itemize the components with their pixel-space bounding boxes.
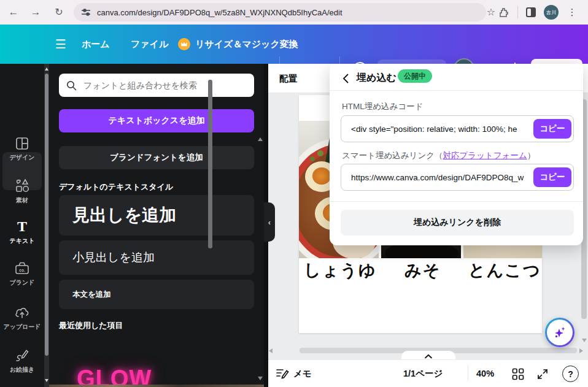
add-brand-font-button[interactable]: ブランドフォントを追加 bbox=[59, 146, 254, 169]
scroll-up-arrow[interactable] bbox=[45, 67, 48, 71]
recent-item-thumbnail-strip bbox=[49, 385, 264, 387]
popup-divider bbox=[330, 90, 583, 91]
address-bar[interactable]: canva.com/design/DAF9DPO8q_w/5za8N_WXjNX… bbox=[74, 3, 486, 21]
delete-embed-link-button[interactable]: 埋め込みリンクを削除 bbox=[341, 210, 574, 236]
font-search-input[interactable] bbox=[82, 80, 247, 91]
browser-menu-icon[interactable]: ⋮ bbox=[565, 0, 579, 25]
browser-back-icon[interactable]: ← bbox=[6, 0, 21, 25]
collapse-chevron-icon: ‹ bbox=[268, 218, 271, 227]
smart-link-label-text: スマート埋め込みリンク bbox=[342, 151, 435, 160]
hscroll-right-arrow[interactable] bbox=[579, 348, 583, 353]
smart-link-label: スマート埋め込みリンク（対応プラットフォーム） bbox=[342, 150, 535, 161]
panel-collapse-tab[interactable]: ‹ bbox=[264, 202, 275, 242]
editor-header: ☰ ホーム ファイル リサイズ＆マジック変換 ↶ ↷ Canva... 吉川 + bbox=[0, 25, 588, 64]
scallion-art bbox=[317, 150, 323, 156]
main-menu-icon[interactable]: ☰ bbox=[55, 25, 66, 64]
popup-divider bbox=[330, 201, 583, 202]
magic-sparkles-icon bbox=[552, 324, 568, 340]
bookmark-star-icon[interactable]: ☆ bbox=[484, 0, 498, 25]
svg-text:co.: co. bbox=[19, 268, 25, 272]
supported-platforms-link[interactable]: 対応プラットフォーム bbox=[443, 151, 527, 160]
embed-popup: 埋め込む 公開中 HTML埋め込みコード コピー スマート埋め込みリンク（対応プ… bbox=[330, 64, 583, 245]
scallion-art bbox=[310, 156, 315, 161]
side-panel-icon[interactable] bbox=[525, 7, 536, 18]
sidebar-item-uploads[interactable]: アップロード bbox=[0, 305, 44, 331]
notes-icon[interactable] bbox=[276, 368, 289, 380]
sidebar-item-draw[interactable]: お絵描き bbox=[0, 348, 44, 374]
copy-html-button[interactable]: コピー bbox=[533, 119, 571, 139]
canvas-text-miso[interactable]: みそ bbox=[404, 259, 441, 282]
text-icon: T bbox=[17, 218, 27, 234]
menu-resize-magic[interactable]: リサイズ＆マジック変換 bbox=[195, 25, 298, 64]
recent-text-style-glow[interactable]: GLOW bbox=[77, 365, 138, 387]
sidebar-item-brand[interactable]: co. ブランド bbox=[0, 261, 44, 287]
browser-profile-avatar[interactable]: 吉川 bbox=[544, 5, 559, 20]
copy-link-button[interactable]: コピー bbox=[533, 167, 571, 187]
browser-toolbar: ← → ↻ canva.com/design/DAF9DPO8q_w/5za8N… bbox=[0, 0, 588, 25]
menu-file[interactable]: ファイル bbox=[131, 25, 168, 64]
canvas-text-tonkotsu[interactable]: とんこつ bbox=[468, 259, 541, 282]
canvas-text-shoyu[interactable]: しょうゆ bbox=[304, 259, 377, 282]
paren: （ bbox=[435, 151, 443, 160]
body-style-item[interactable]: 本文を追加 bbox=[59, 280, 254, 309]
sidebar-item-elements[interactable]: 素材 bbox=[0, 178, 44, 205]
question-icon: ? bbox=[568, 369, 573, 379]
statusbar-divider bbox=[468, 365, 468, 381]
page-indicator[interactable]: 1/1ページ bbox=[403, 360, 443, 387]
sidebar-item-design[interactable]: デザイン bbox=[0, 136, 44, 162]
panel-scrollbar-thumb[interactable] bbox=[208, 80, 212, 248]
browser-reload-icon[interactable]: ↻ bbox=[52, 0, 66, 25]
vscroll-down-arrow[interactable] bbox=[582, 339, 587, 342]
status-bar: メモ 1/1ページ 40% ? bbox=[268, 359, 588, 387]
notes-button[interactable]: メモ bbox=[293, 360, 312, 387]
paren: ） bbox=[527, 151, 536, 160]
published-status-badge: 公開中 bbox=[398, 69, 432, 83]
text-panel: テキストボックスを追加 ブランドフォントを追加 デフォルトのテキストスタイル 見… bbox=[49, 64, 264, 387]
add-textbox-button[interactable]: テキストボックスを追加 bbox=[59, 109, 254, 132]
scroll-down-arrow[interactable] bbox=[45, 379, 48, 382]
panel-scroll-down-arrow[interactable] bbox=[258, 377, 263, 380]
ai-assistant-button[interactable] bbox=[545, 318, 574, 347]
extensions-icon[interactable] bbox=[498, 7, 509, 18]
upload-cloud-icon bbox=[14, 305, 30, 320]
rail-scrollbar-thumb[interactable] bbox=[45, 74, 48, 356]
sidebar-item-text[interactable]: T テキスト bbox=[0, 218, 44, 245]
position-button[interactable]: 配置 bbox=[274, 64, 302, 93]
zoom-level[interactable]: 40% bbox=[476, 360, 494, 387]
subheading-style-item[interactable]: 小見出しを追加 bbox=[59, 240, 254, 275]
egg-yolk-art bbox=[312, 167, 331, 185]
panel-scroll-up-arrow[interactable] bbox=[258, 137, 263, 141]
html-code-label: HTML埋め込みコード bbox=[342, 101, 424, 112]
toolbar-divider bbox=[517, 6, 518, 18]
fullscreen-icon[interactable] bbox=[536, 368, 549, 380]
pro-crown-icon bbox=[178, 38, 190, 50]
sidebar-rail: デザイン 素材 T テキスト co. bbox=[0, 64, 44, 387]
design-icon bbox=[15, 136, 29, 151]
popup-back-button[interactable] bbox=[338, 71, 353, 86]
app-window: ← → ↻ canva.com/design/DAF9DPO8q_w/5za8N… bbox=[0, 0, 588, 387]
browser-forward-icon[interactable]: → bbox=[28, 0, 43, 25]
elements-icon bbox=[14, 178, 30, 194]
font-search-box[interactable] bbox=[59, 74, 254, 97]
brand-icon: co. bbox=[14, 261, 30, 276]
default-styles-heading: デフォルトのテキストスタイル bbox=[59, 182, 173, 193]
grid-view-icon[interactable] bbox=[512, 368, 524, 380]
help-button[interactable]: ? bbox=[562, 366, 579, 382]
url-text[interactable]: canva.com/design/DAF9DPO8q_w/5za8N_WXjNX… bbox=[97, 8, 342, 17]
recent-items-heading: 最近使用した項目 bbox=[59, 320, 123, 331]
site-settings-icon[interactable] bbox=[81, 7, 91, 17]
popup-title: 埋め込む bbox=[357, 72, 397, 85]
heading-style-item[interactable]: 見出しを追加 bbox=[59, 195, 254, 236]
draw-pen-icon bbox=[14, 348, 30, 363]
search-icon bbox=[66, 80, 77, 91]
chevron-up-icon bbox=[424, 354, 433, 359]
hscroll-left-arrow[interactable] bbox=[269, 348, 273, 353]
menu-home[interactable]: ホーム bbox=[82, 25, 110, 64]
chevron-left-icon bbox=[342, 74, 349, 83]
